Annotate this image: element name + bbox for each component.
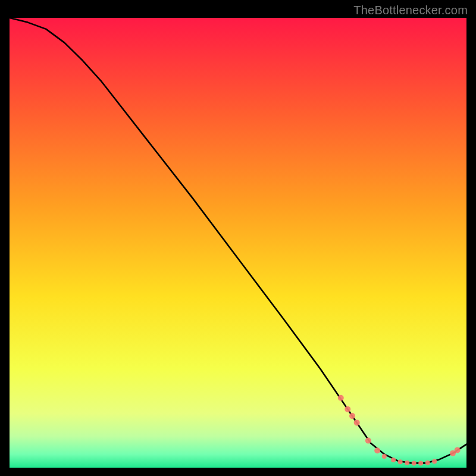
watermark-text: TheBottlenecker.com	[353, 4, 468, 17]
chart-svg	[10, 18, 466, 468]
data-marker	[391, 458, 396, 462]
data-marker	[455, 447, 461, 453]
data-marker	[382, 454, 387, 459]
data-marker	[425, 461, 430, 465]
data-marker	[412, 461, 416, 465]
data-marker	[432, 459, 437, 464]
gradient-bg	[10, 18, 466, 468]
data-marker	[374, 447, 380, 453]
data-marker	[349, 413, 355, 419]
chart-frame: TheBottlenecker.com	[0, 0, 476, 476]
data-marker	[338, 395, 344, 401]
data-marker	[418, 461, 423, 465]
data-marker	[365, 438, 371, 444]
data-marker	[354, 419, 360, 425]
data-marker	[398, 459, 403, 464]
data-marker	[345, 406, 350, 412]
plot-area	[10, 18, 466, 468]
data-marker	[405, 461, 409, 465]
